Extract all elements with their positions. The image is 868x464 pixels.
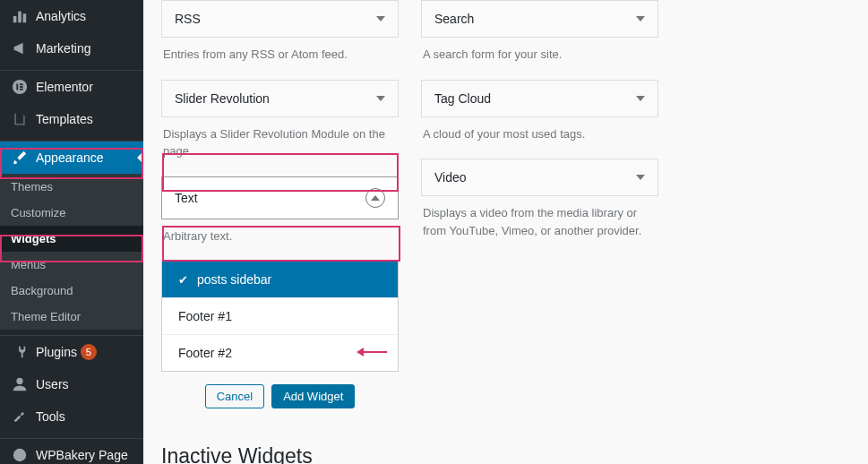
submenu-widgets[interactable]: Widgets [0, 226, 143, 252]
submenu-themes[interactable]: Themes [0, 174, 143, 200]
sidebar-item-label: Appearance [36, 150, 104, 165]
widget-video-desc: Displays a video from the media library … [421, 196, 658, 255]
megaphone-icon [11, 39, 29, 57]
sidebar-item-plugins[interactable]: Plugins 5 [0, 335, 143, 368]
sidebar-item-label: Marketing [36, 41, 90, 56]
sidebar-item-label: Elementor [36, 80, 93, 94]
chevron-down-icon [636, 175, 645, 180]
widget-text-desc: Arbitrary text. [161, 219, 399, 262]
chevron-down-icon [636, 16, 645, 21]
widget-slider-revolution[interactable]: Slider Revolution [161, 80, 399, 117]
svg-rect-5 [20, 83, 23, 85]
svg-rect-1 [18, 12, 21, 23]
inactive-widgets-title: Inactive Widgets [161, 444, 850, 464]
sidebar-item-marketing[interactable]: Marketing [0, 32, 143, 64]
sidebar-item-label: WPBakery Page [36, 448, 128, 462]
svg-point-9 [13, 449, 26, 461]
brush-icon [11, 149, 29, 167]
widget-search[interactable]: Search [421, 0, 658, 38]
svg-rect-2 [23, 13, 27, 22]
sidebar-item-templates[interactable]: Templates [0, 103, 143, 135]
appearance-submenu: Themes Customize Widgets Menus Backgroun… [0, 174, 143, 330]
sidebar-item-label: Analytics [36, 9, 86, 23]
analytics-icon [11, 7, 29, 25]
templates-icon [11, 110, 29, 128]
plugins-badge: 5 [81, 344, 97, 360]
sidebar-item-label: Templates [36, 112, 93, 126]
submenu-menus[interactable]: Menus [0, 252, 143, 278]
widget-actions: Cancel Add Widget [161, 384, 399, 408]
sidebar-item-analytics[interactable]: Analytics [0, 0, 143, 32]
chevron-up-icon [365, 188, 385, 208]
plugins-icon [11, 343, 29, 361]
chevron-down-icon [636, 96, 645, 101]
svg-rect-0 [13, 16, 17, 22]
sidebar-item-tools[interactable]: Tools [0, 400, 143, 433]
svg-rect-4 [16, 83, 18, 90]
users-icon [11, 375, 29, 393]
widget-col-right: Search A search form for your site. Tag … [421, 0, 658, 408]
svg-rect-7 [20, 89, 23, 90]
highlight-arrow [357, 348, 387, 357]
chevron-down-icon [376, 16, 385, 21]
main-content: RSS Entries from any RSS or Atom feed. S… [143, 0, 868, 464]
wpbakery-icon [11, 446, 29, 464]
sidebar-item-wpbakery[interactable]: WPBakery Page [0, 438, 143, 464]
submenu-customize[interactable]: Customize [0, 200, 143, 226]
sidebar-item-elementor[interactable]: Elementor [0, 70, 143, 103]
sidebar-item-appearance[interactable]: Appearance [0, 141, 143, 174]
area-footer-1[interactable]: Footer #1 [162, 297, 398, 334]
elementor-icon [11, 78, 29, 96]
widget-video[interactable]: Video [421, 159, 658, 196]
widget-tag-cloud[interactable]: Tag Cloud [421, 80, 658, 117]
add-widget-button[interactable]: Add Widget [271, 384, 355, 408]
sidebar-item-label: Users [36, 377, 69, 391]
cancel-button[interactable]: Cancel [205, 384, 264, 408]
submenu-theme-editor[interactable]: Theme Editor [0, 304, 143, 330]
tools-icon [11, 408, 29, 425]
widget-text[interactable]: Text [161, 176, 399, 219]
sidebar-item-users[interactable]: Users [0, 368, 143, 400]
svg-point-8 [16, 378, 22, 384]
widget-rss-desc: Entries from any RSS or Atom feed. [161, 38, 399, 80]
admin-sidebar: Analytics Marketing Elementor Templates … [0, 0, 143, 464]
widget-rss[interactable]: RSS [161, 0, 399, 38]
widget-search-desc: A search form for your site. [421, 38, 658, 80]
submenu-background[interactable]: Background [0, 278, 143, 304]
sidebar-item-label: Plugins [36, 345, 77, 359]
widget-tagcloud-desc: A cloud of your most used tags. [421, 117, 658, 159]
sidebar-item-label: Tools [36, 409, 65, 424]
chevron-down-icon [376, 96, 385, 101]
widget-slider-desc: Displays a Slider Revolution Module on t… [161, 117, 399, 176]
area-posts-sidebar[interactable]: posts sidebar [162, 262, 398, 297]
svg-rect-6 [20, 86, 23, 88]
